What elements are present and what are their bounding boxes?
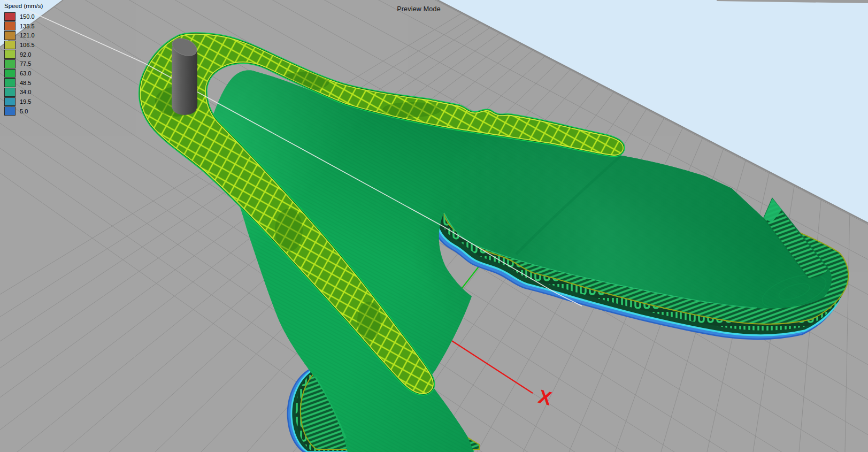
legend-item: 63.0 — [4, 68, 43, 78]
legend-item: 121.0 — [4, 30, 43, 40]
legend-swatch — [4, 59, 16, 68]
legend-swatch — [4, 21, 16, 30]
legend-value: 63.0 — [20, 70, 31, 76]
legend-swatch — [4, 41, 16, 50]
legend-item: 106.5 — [4, 40, 43, 50]
legend-item: 19.5 — [4, 97, 43, 106]
legend-item: 92.0 — [4, 50, 43, 59]
legend-item: 150.0 — [4, 12, 43, 21]
preview-mode-label: Preview Mode — [0, 5, 838, 13]
legend-value: 5.0 — [20, 108, 28, 114]
legend-swatch — [4, 12, 16, 21]
legend-item: 48.5 — [4, 78, 43, 88]
legend-value: 77.5 — [20, 60, 31, 67]
speed-legend: Speed (mm/s) 150.0 135.5 121.0 106.5 92.… — [4, 3, 43, 116]
legend-swatch — [4, 97, 16, 106]
legend-value: 19.5 — [20, 98, 31, 105]
legend-item: 34.0 — [4, 88, 43, 97]
legend-item: 135.5 — [4, 21, 43, 31]
legend-value: 34.0 — [20, 89, 31, 95]
slicer-preview-window: Z X — [0, 0, 868, 452]
viewport-3d[interactable]: Z X — [0, 0, 868, 452]
legend-swatch — [4, 106, 16, 116]
legend-value: 48.5 — [20, 80, 31, 86]
legend-item: 77.5 — [4, 59, 43, 68]
legend-value: 92.0 — [20, 51, 31, 58]
legend-value: 135.5 — [20, 23, 35, 29]
legend-value: 106.5 — [20, 42, 35, 48]
legend-value: 150.0 — [20, 13, 35, 20]
legend-swatch — [4, 69, 16, 78]
legend-value: 121.0 — [20, 32, 35, 39]
legend-swatch — [4, 50, 16, 59]
legend-swatch — [4, 88, 16, 97]
legend-swatch — [4, 78, 16, 87]
legend-item: 5.0 — [4, 106, 43, 116]
legend-swatch — [4, 31, 16, 40]
prime-tower-cylinder[interactable] — [170, 35, 199, 115]
